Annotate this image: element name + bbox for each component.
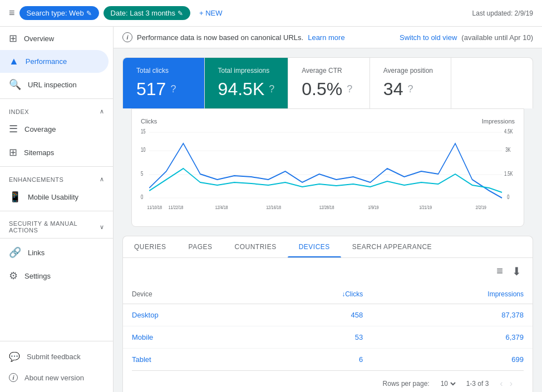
feedback-icon: 💬 bbox=[9, 351, 20, 362]
stat-card-position: Average position 34 ? bbox=[370, 58, 452, 108]
security-collapse-icon[interactable]: ∨ bbox=[100, 224, 105, 231]
about-new-version-item[interactable]: i About new version bbox=[0, 368, 113, 388]
sidebar-label-sitemaps: Sitemaps bbox=[24, 148, 54, 157]
table-body: Desktop 458 87,378 Mobile 53 6,379 Table… bbox=[123, 304, 533, 371]
tab-queries[interactable]: QUERIES bbox=[123, 236, 178, 257]
tabs-bar: QUERIES PAGES COUNTRIES DEVICES SEARCH A… bbox=[123, 236, 533, 258]
clicks-help-icon[interactable]: ? bbox=[170, 83, 176, 95]
submit-feedback-item[interactable]: 💬 Submit feedback bbox=[0, 346, 113, 368]
stat-card-empty bbox=[451, 58, 533, 108]
svg-text:15: 15 bbox=[141, 128, 146, 135]
impressions-help-icon[interactable]: ? bbox=[269, 83, 274, 95]
tab-pages[interactable]: PAGES bbox=[178, 236, 224, 257]
total-clicks-label: Total clicks bbox=[136, 67, 191, 75]
table-row: Tablet 6 699 bbox=[123, 349, 533, 371]
download-icon[interactable]: ⬇ bbox=[510, 262, 524, 280]
sidebar-section-security: Security & Manual Actions ∨ bbox=[0, 214, 113, 236]
impressions-mobile: 6,379 bbox=[372, 326, 533, 349]
last-updated: Last updated: 2/9/19 bbox=[472, 9, 533, 17]
col-clicks[interactable]: ↓ Clicks bbox=[255, 285, 372, 304]
date-chip[interactable]: Date: Last 3 months ✎ bbox=[104, 6, 190, 20]
device-desktop[interactable]: Desktop bbox=[123, 304, 255, 326]
stats-cards: Total clicks 517 ? Total impressions 94.… bbox=[122, 57, 533, 108]
edit-icon: ✎ bbox=[86, 9, 92, 17]
sidebar-wrapper: ⊞ Overview ▲ Performance 🔍 URL inspectio… bbox=[0, 27, 113, 392]
svg-text:1/21/19: 1/21/19 bbox=[419, 205, 432, 210]
sidebar-item-url-inspection[interactable]: 🔍 URL inspection bbox=[0, 73, 109, 96]
edit-icon-2: ✎ bbox=[178, 9, 183, 17]
top-bar-left: ≡ Search type: Web ✎ Date: Last 3 months… bbox=[9, 6, 227, 20]
learn-more-link[interactable]: Learn more bbox=[308, 33, 344, 42]
pagination: Rows per page: 10 25 50 1-3 of 3 ‹ › bbox=[132, 370, 524, 392]
switch-to-old-view-link[interactable]: Switch to old view bbox=[400, 33, 457, 42]
clicks-desktop: 458 bbox=[255, 304, 372, 326]
sidebar-item-links[interactable]: 🔗 Links bbox=[0, 241, 109, 264]
info-bar-right: Switch to old view (available until Apr … bbox=[400, 33, 533, 42]
avg-position-label: Average position bbox=[383, 67, 438, 75]
device-tablet[interactable]: Tablet bbox=[123, 349, 255, 371]
sidebar-item-coverage[interactable]: ☰ Coverage bbox=[0, 117, 109, 141]
enhancements-collapse-icon[interactable]: ∧ bbox=[100, 176, 105, 183]
ctr-help-icon[interactable]: ? bbox=[347, 83, 352, 95]
prev-page-button[interactable]: ‹ bbox=[497, 376, 505, 391]
sidebar: ⊞ Overview ▲ Performance 🔍 URL inspectio… bbox=[0, 27, 114, 392]
info-bar: i Performance data is now based on canon… bbox=[114, 27, 542, 48]
sidebar-label-url-inspection: URL inspection bbox=[28, 81, 77, 89]
position-help-icon[interactable]: ? bbox=[407, 83, 413, 95]
svg-text:0: 0 bbox=[141, 194, 143, 200]
performance-chart: 15 10 5 0 4.5K 3K 1.5K 0 bbox=[141, 127, 515, 216]
sidebar-section-index: Index ∧ bbox=[0, 101, 113, 117]
sidebar-label-overview: Overview bbox=[24, 34, 54, 43]
sidebar-item-sitemaps[interactable]: ⊞ Sitemaps bbox=[0, 141, 109, 164]
sidebar-divider-4 bbox=[0, 238, 113, 239]
clicks-mobile: 53 bbox=[255, 326, 372, 349]
next-page-button[interactable]: › bbox=[507, 376, 515, 391]
table-row: Desktop 458 87,378 bbox=[123, 304, 533, 326]
main-content: i Performance data is now based on canon… bbox=[114, 27, 542, 392]
sidebar-item-overview[interactable]: ⊞ Overview bbox=[0, 27, 109, 50]
tab-devices[interactable]: DEVICES bbox=[288, 236, 341, 257]
rows-per-page-select[interactable]: 10 25 50 bbox=[438, 379, 457, 388]
tab-countries[interactable]: COUNTRIES bbox=[223, 236, 287, 257]
y-left-label: Clicks bbox=[141, 118, 157, 125]
device-mobile[interactable]: Mobile bbox=[123, 326, 255, 349]
col-device: Device bbox=[123, 285, 255, 304]
svg-text:1.5K: 1.5K bbox=[504, 171, 513, 177]
avg-ctr-value: 0.5% bbox=[302, 79, 342, 100]
svg-text:2/2/19: 2/2/19 bbox=[476, 205, 487, 210]
svg-text:4.5K: 4.5K bbox=[504, 128, 513, 135]
filter-rows-icon[interactable]: ≡ bbox=[494, 262, 505, 280]
svg-text:12/16/18: 12/16/18 bbox=[266, 205, 281, 210]
available-text: (available until Apr 10) bbox=[461, 33, 533, 42]
devices-table: Device ↓ Clicks Impressions Desktop 458 bbox=[123, 285, 533, 370]
svg-text:11/10/18: 11/10/18 bbox=[147, 205, 162, 210]
chart-area: Clicks Impressions 15 10 5 0 4.5K 3K 1.5… bbox=[131, 108, 524, 227]
top-bar: ≡ Search type: Web ✎ Date: Last 3 months… bbox=[0, 0, 542, 27]
sidebar-item-mobile-usability[interactable]: 📱 Mobile Usability bbox=[0, 185, 109, 209]
info-message: Performance data is now based on canonic… bbox=[137, 33, 303, 42]
index-collapse-icon[interactable]: ∧ bbox=[100, 108, 105, 115]
svg-text:3K: 3K bbox=[505, 147, 510, 153]
tab-search-appearance[interactable]: SEARCH APPEARANCE bbox=[341, 236, 443, 257]
svg-text:0: 0 bbox=[507, 194, 509, 200]
sidebar-bottom: 💬 Submit feedback i About new version bbox=[0, 341, 113, 392]
clicks-tablet: 6 bbox=[255, 349, 372, 371]
sitemaps-icon: ⊞ bbox=[9, 146, 17, 158]
filter-icon[interactable]: ≡ bbox=[9, 7, 15, 19]
page-info: 1-3 of 3 bbox=[466, 380, 489, 388]
search-type-chip[interactable]: Search type: Web ✎ bbox=[19, 6, 99, 20]
sidebar-item-settings[interactable]: ⚙ Settings bbox=[0, 264, 109, 287]
sidebar-label-coverage: Coverage bbox=[24, 125, 56, 133]
table-toolbar: ≡ ⬇ bbox=[123, 258, 533, 285]
chart-header: Clicks Impressions bbox=[141, 118, 515, 125]
sidebar-divider-2 bbox=[0, 166, 113, 167]
new-button[interactable]: + NEW bbox=[195, 9, 227, 17]
stat-card-impressions: Total impressions 94.5K ? bbox=[205, 58, 289, 108]
mobile-usability-icon: 📱 bbox=[9, 191, 21, 203]
table-row: Mobile 53 6,379 bbox=[123, 326, 533, 349]
coverage-icon: ☰ bbox=[9, 123, 18, 135]
sidebar-item-performance[interactable]: ▲ Performance bbox=[0, 50, 109, 73]
avg-position-value: 34 bbox=[383, 79, 403, 100]
stats-section: Total clicks 517 ? Total impressions 94.… bbox=[114, 48, 542, 227]
col-impressions[interactable]: Impressions bbox=[372, 285, 533, 304]
